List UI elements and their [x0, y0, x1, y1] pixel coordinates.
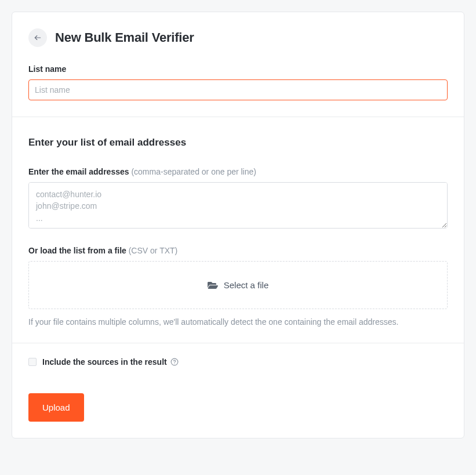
- file-hint: (CSV or TXT): [129, 246, 178, 255]
- section-title: Enter your list of email addresses: [28, 137, 448, 148]
- email-textarea-group: Enter the email addresses (comma-separat…: [28, 167, 448, 231]
- title-row: New Bulk Email Verifier: [28, 28, 448, 47]
- email-textarea-label: Enter the email addresses (comma-separat…: [28, 167, 448, 176]
- arrow-left-icon: [34, 34, 42, 42]
- list-name-label: List name: [28, 64, 448, 74]
- include-sources-label[interactable]: Include the sources in the result: [42, 357, 179, 367]
- header-section: New Bulk Email Verifier List name: [12, 12, 464, 117]
- include-sources-text: Include the sources in the result: [42, 357, 167, 367]
- bulk-verifier-card: New Bulk Email Verifier List name Enter …: [12, 12, 464, 438]
- select-file-text: Select a file: [224, 280, 269, 290]
- file-group: Or load the list from a file (CSV or TXT…: [28, 246, 448, 327]
- file-label-text: Or load the list from a file: [28, 246, 126, 255]
- help-circle-icon[interactable]: [170, 358, 179, 366]
- email-textarea-hint: (comma-separated or one per line): [131, 167, 256, 176]
- email-textarea-label-text: Enter the email addresses: [28, 167, 129, 176]
- page-title: New Bulk Email Verifier: [55, 30, 194, 45]
- email-addresses-textarea[interactable]: [28, 182, 448, 229]
- include-sources-checkbox[interactable]: [28, 358, 37, 366]
- include-sources-row: Include the sources in the result: [28, 357, 448, 367]
- select-file-button[interactable]: Select a file: [28, 261, 448, 309]
- upload-button[interactable]: Upload: [28, 393, 84, 422]
- folder-open-icon: [208, 281, 218, 290]
- file-label: Or load the list from a file (CSV or TXT…: [28, 246, 448, 255]
- body-section: Enter your list of email addresses Enter…: [12, 117, 464, 343]
- options-section: Include the sources in the result: [12, 343, 464, 380]
- list-name-input[interactable]: [28, 79, 448, 100]
- file-help-text: If your file contains multiple columns, …: [28, 317, 448, 327]
- footer-section: Upload: [12, 380, 464, 438]
- back-button[interactable]: [28, 28, 47, 47]
